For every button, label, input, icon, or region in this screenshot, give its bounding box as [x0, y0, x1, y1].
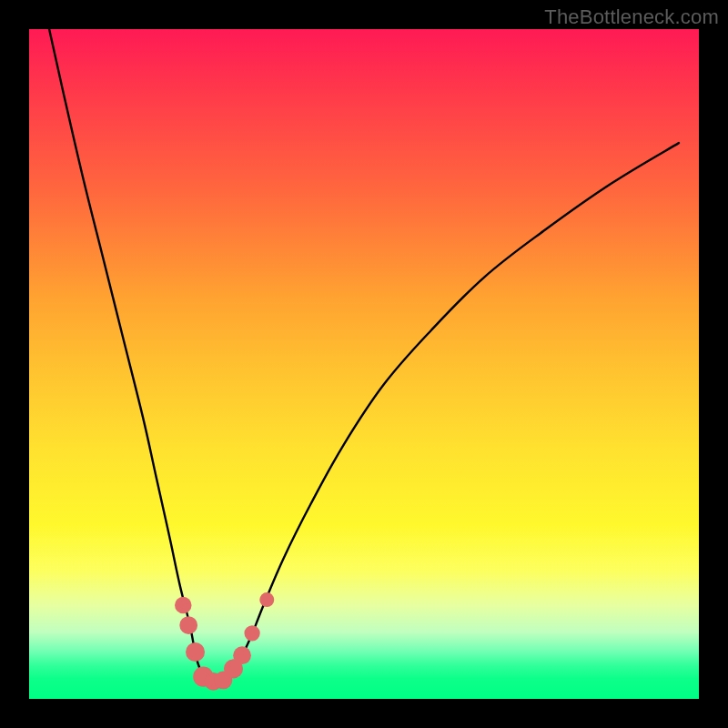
marker-group	[175, 592, 274, 691]
data-marker	[175, 597, 192, 614]
chart-frame: TheBottleneck.com	[0, 0, 728, 728]
data-marker	[186, 642, 205, 662]
chart-svg	[29, 29, 699, 699]
plot-area	[29, 29, 699, 699]
data-marker	[179, 616, 197, 634]
watermark-text: TheBottleneck.com	[544, 5, 719, 29]
data-marker	[233, 646, 251, 664]
bottleneck-curve	[49, 29, 679, 682]
data-marker	[259, 592, 274, 607]
data-marker	[244, 625, 259, 641]
